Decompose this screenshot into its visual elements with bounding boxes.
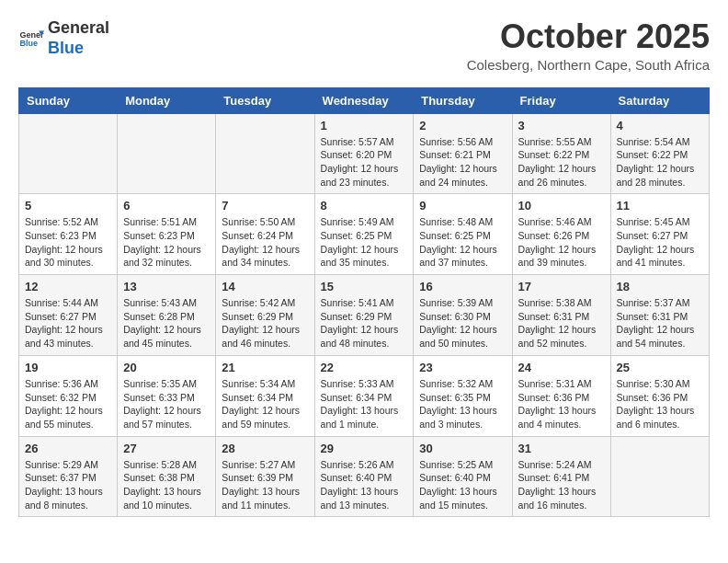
day-number: 26 (25, 442, 111, 455)
day-cell: 17Sunrise: 5:38 AM Sunset: 6:31 PM Dayli… (512, 275, 610, 356)
day-number: 15 (321, 280, 408, 293)
calendar-title: October 2025 (467, 18, 710, 55)
day-number: 24 (518, 361, 605, 374)
day-info: Sunrise: 5:30 AM Sunset: 6:36 PM Dayligh… (617, 377, 703, 431)
header-cell-saturday: Saturday (610, 87, 709, 113)
day-cell: 24Sunrise: 5:31 AM Sunset: 6:36 PM Dayli… (512, 355, 610, 436)
day-info: Sunrise: 5:26 AM Sunset: 6:40 PM Dayligh… (321, 458, 408, 512)
day-cell: 25Sunrise: 5:30 AM Sunset: 6:36 PM Dayli… (610, 355, 709, 436)
day-cell (118, 113, 216, 194)
day-number: 5 (25, 199, 111, 213)
day-cell: 20Sunrise: 5:35 AM Sunset: 6:33 PM Dayli… (118, 355, 216, 436)
day-number: 9 (419, 199, 506, 213)
day-info: Sunrise: 5:49 AM Sunset: 6:25 PM Dayligh… (321, 215, 408, 270)
day-cell: 26Sunrise: 5:29 AM Sunset: 6:37 PM Dayli… (19, 436, 118, 517)
day-cell: 10Sunrise: 5:46 AM Sunset: 6:26 PM Dayli… (512, 194, 610, 275)
day-number: 23 (419, 361, 506, 374)
day-cell: 15Sunrise: 5:41 AM Sunset: 6:29 PM Dayli… (314, 275, 414, 356)
day-cell (216, 113, 314, 194)
day-number: 3 (518, 119, 605, 132)
day-info: Sunrise: 5:41 AM Sunset: 6:29 PM Dayligh… (321, 296, 408, 350)
day-info: Sunrise: 5:39 AM Sunset: 6:30 PM Dayligh… (419, 296, 506, 350)
day-number: 1 (321, 119, 408, 132)
header-cell-thursday: Thursday (414, 87, 512, 113)
day-info: Sunrise: 5:43 AM Sunset: 6:28 PM Dayligh… (123, 296, 210, 350)
day-info: Sunrise: 5:28 AM Sunset: 6:38 PM Dayligh… (123, 458, 210, 512)
day-cell: 9Sunrise: 5:48 AM Sunset: 6:25 PM Daylig… (414, 194, 512, 275)
day-number: 20 (123, 361, 210, 374)
header-cell-monday: Monday (118, 87, 216, 113)
day-number: 30 (419, 442, 506, 455)
day-info: Sunrise: 5:55 AM Sunset: 6:22 PM Dayligh… (518, 135, 605, 190)
day-cell: 16Sunrise: 5:39 AM Sunset: 6:30 PM Dayli… (414, 275, 512, 356)
day-info: Sunrise: 5:52 AM Sunset: 6:23 PM Dayligh… (25, 215, 111, 270)
day-info: Sunrise: 5:29 AM Sunset: 6:37 PM Dayligh… (25, 458, 111, 512)
day-number: 11 (617, 199, 703, 213)
day-cell: 7Sunrise: 5:50 AM Sunset: 6:24 PM Daylig… (216, 194, 314, 275)
day-info: Sunrise: 5:46 AM Sunset: 6:26 PM Dayligh… (518, 215, 605, 270)
day-info: Sunrise: 5:50 AM Sunset: 6:24 PM Dayligh… (222, 215, 308, 270)
day-cell: 14Sunrise: 5:42 AM Sunset: 6:29 PM Dayli… (216, 275, 314, 356)
day-info: Sunrise: 5:33 AM Sunset: 6:34 PM Dayligh… (321, 377, 408, 431)
day-cell: 3Sunrise: 5:55 AM Sunset: 6:22 PM Daylig… (512, 113, 610, 194)
day-cell (19, 113, 118, 194)
day-number: 6 (123, 199, 210, 213)
day-cell: 28Sunrise: 5:27 AM Sunset: 6:39 PM Dayli… (216, 436, 314, 517)
day-info: Sunrise: 5:51 AM Sunset: 6:23 PM Dayligh… (123, 215, 210, 270)
svg-text:Blue: Blue (19, 39, 38, 48)
day-number: 22 (321, 361, 408, 374)
week-row-4: 19Sunrise: 5:36 AM Sunset: 6:32 PM Dayli… (19, 355, 710, 436)
day-number: 4 (617, 119, 703, 132)
day-number: 10 (518, 199, 605, 213)
day-info: Sunrise: 5:35 AM Sunset: 6:33 PM Dayligh… (123, 377, 210, 431)
header-cell-tuesday: Tuesday (216, 87, 314, 113)
logo-icon: General Blue (18, 26, 44, 52)
day-info: Sunrise: 5:27 AM Sunset: 6:39 PM Dayligh… (222, 458, 308, 512)
day-cell: 2Sunrise: 5:56 AM Sunset: 6:21 PM Daylig… (414, 113, 512, 194)
day-cell: 1Sunrise: 5:57 AM Sunset: 6:20 PM Daylig… (314, 113, 414, 194)
day-info: Sunrise: 5:57 AM Sunset: 6:20 PM Dayligh… (321, 135, 408, 190)
day-cell: 4Sunrise: 5:54 AM Sunset: 6:22 PM Daylig… (610, 113, 709, 194)
day-info: Sunrise: 5:25 AM Sunset: 6:40 PM Dayligh… (419, 458, 506, 512)
day-cell: 30Sunrise: 5:25 AM Sunset: 6:40 PM Dayli… (414, 436, 512, 517)
day-number: 14 (222, 280, 308, 293)
day-cell: 11Sunrise: 5:45 AM Sunset: 6:27 PM Dayli… (610, 194, 709, 275)
day-number: 18 (617, 280, 703, 293)
day-cell: 21Sunrise: 5:34 AM Sunset: 6:34 PM Dayli… (216, 355, 314, 436)
day-cell: 12Sunrise: 5:44 AM Sunset: 6:27 PM Dayli… (19, 275, 118, 356)
day-info: Sunrise: 5:44 AM Sunset: 6:27 PM Dayligh… (25, 296, 111, 350)
day-number: 12 (25, 280, 111, 293)
day-number: 8 (321, 199, 408, 213)
day-info: Sunrise: 5:38 AM Sunset: 6:31 PM Dayligh… (518, 296, 605, 350)
day-cell: 18Sunrise: 5:37 AM Sunset: 6:31 PM Dayli… (610, 275, 709, 356)
day-info: Sunrise: 5:42 AM Sunset: 6:29 PM Dayligh… (222, 296, 308, 350)
day-info: Sunrise: 5:31 AM Sunset: 6:36 PM Dayligh… (518, 377, 605, 431)
calendar-table: SundayMondayTuesdayWednesdayThursdayFrid… (18, 87, 710, 518)
day-cell: 19Sunrise: 5:36 AM Sunset: 6:32 PM Dayli… (19, 355, 118, 436)
day-number: 16 (419, 280, 506, 293)
logo: General Blue General Blue (18, 18, 109, 58)
day-cell: 29Sunrise: 5:26 AM Sunset: 6:40 PM Dayli… (314, 436, 414, 517)
calendar-subtitle: Colesberg, Northern Cape, South Africa (467, 57, 710, 73)
day-number: 21 (222, 361, 308, 374)
day-cell: 8Sunrise: 5:49 AM Sunset: 6:25 PM Daylig… (314, 194, 414, 275)
day-number: 7 (222, 199, 308, 213)
week-row-3: 12Sunrise: 5:44 AM Sunset: 6:27 PM Dayli… (19, 275, 710, 356)
header-cell-wednesday: Wednesday (314, 87, 414, 113)
day-cell: 13Sunrise: 5:43 AM Sunset: 6:28 PM Dayli… (118, 275, 216, 356)
day-cell: 27Sunrise: 5:28 AM Sunset: 6:38 PM Dayli… (118, 436, 216, 517)
day-cell: 5Sunrise: 5:52 AM Sunset: 6:23 PM Daylig… (19, 194, 118, 275)
day-info: Sunrise: 5:56 AM Sunset: 6:21 PM Dayligh… (419, 135, 506, 190)
day-cell: 22Sunrise: 5:33 AM Sunset: 6:34 PM Dayli… (314, 355, 414, 436)
day-number: 13 (123, 280, 210, 293)
day-cell: 6Sunrise: 5:51 AM Sunset: 6:23 PM Daylig… (118, 194, 216, 275)
day-cell (610, 436, 709, 517)
day-info: Sunrise: 5:24 AM Sunset: 6:41 PM Dayligh… (518, 458, 605, 512)
day-info: Sunrise: 5:34 AM Sunset: 6:34 PM Dayligh… (222, 377, 308, 431)
title-area: October 2025 Colesberg, Northern Cape, S… (467, 18, 710, 73)
day-info: Sunrise: 5:45 AM Sunset: 6:27 PM Dayligh… (617, 215, 703, 270)
day-cell: 23Sunrise: 5:32 AM Sunset: 6:35 PM Dayli… (414, 355, 512, 436)
day-info: Sunrise: 5:37 AM Sunset: 6:31 PM Dayligh… (617, 296, 703, 350)
day-info: Sunrise: 5:32 AM Sunset: 6:35 PM Dayligh… (419, 377, 506, 431)
day-number: 19 (25, 361, 111, 374)
